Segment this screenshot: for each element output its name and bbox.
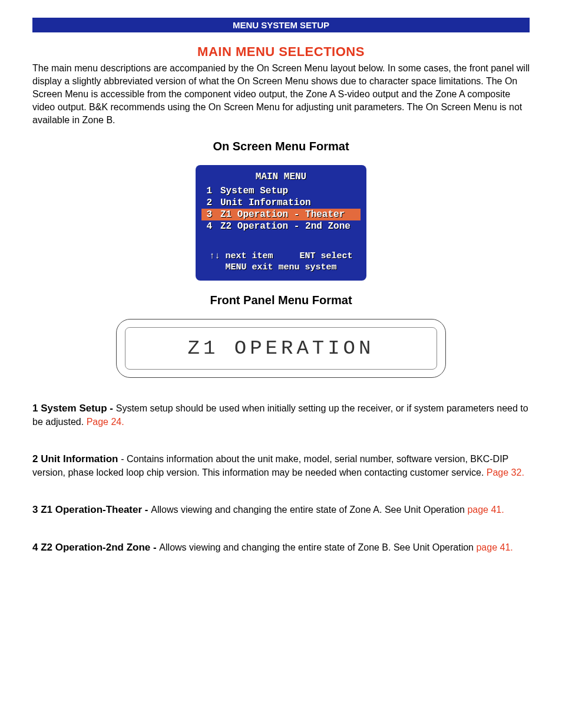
osd-row-num: 1 xyxy=(201,185,214,197)
item-lead: 3 Z1 Operation-Theater - xyxy=(32,504,151,515)
osd-row-num: 3 xyxy=(201,209,214,220)
osd-row-label: Z1 Operation - Theater xyxy=(214,209,361,220)
osd-nav-select: ENT select xyxy=(300,251,353,261)
osd-row-num: 2 xyxy=(201,197,214,209)
page-ref: Page 32. xyxy=(487,467,524,477)
item-1-system-setup: 1 System Setup - System setup should be … xyxy=(32,401,530,429)
osd-nav: ↑↓ next item ENT select MENU exit menu s… xyxy=(201,251,361,274)
front-panel-heading: Front Panel Menu Format xyxy=(32,294,530,307)
main-title: MAIN MENU SELECTIONS xyxy=(32,44,530,60)
item-body: Allows viewing and changing the entire s… xyxy=(159,542,476,552)
item-lead: 2 Unit Information xyxy=(32,453,121,465)
osd-box: MAIN MENU 1 System Setup 2 Unit Informat… xyxy=(196,165,366,281)
osd-row-3-selected: 3 Z1 Operation - Theater xyxy=(201,209,361,220)
page-ref: page 41. xyxy=(467,505,504,515)
osd-row-label: System Setup xyxy=(214,185,361,197)
item-3-z1-operation: 3 Z1 Operation-Theater - Allows viewing … xyxy=(32,503,530,517)
item-lead: 1 System Setup - xyxy=(32,403,116,414)
lcd-inner: Z1 OPERATION xyxy=(125,327,437,370)
intro-paragraph: The main menu descriptions are accompani… xyxy=(32,62,530,127)
item-body: Allows viewing and changing the entire s… xyxy=(151,505,467,515)
osd-row-4: 4 Z2 Operation - 2nd Zone xyxy=(201,220,361,232)
osd-nav-next: ↑↓ next item xyxy=(209,251,273,261)
osd-nav-exit: MENU exit menu system xyxy=(225,262,336,272)
header-bar: MENU SYSTEM SETUP xyxy=(32,18,530,32)
item-4-z2-operation: 4 Z2 Operation-2nd Zone - Allows viewing… xyxy=(32,541,530,555)
lcd-panel: Z1 OPERATION xyxy=(116,319,446,378)
osd-row-num: 4 xyxy=(201,220,214,232)
osd-row-label: Z2 Operation - 2nd Zone xyxy=(214,220,361,232)
page-ref: page 41. xyxy=(476,542,513,552)
osd-row-1: 1 System Setup xyxy=(201,185,361,197)
item-lead: 4 Z2 Operation-2nd Zone - xyxy=(32,542,159,553)
osd-row-label: Unit Information xyxy=(214,197,361,209)
item-2-unit-information: 2 Unit Information - Contains informatio… xyxy=(32,452,530,479)
osd-row-2: 2 Unit Information xyxy=(201,197,361,209)
osd-heading: On Screen Menu Format xyxy=(32,140,530,153)
page-ref: Page 24. xyxy=(87,417,124,427)
osd-title: MAIN MENU xyxy=(201,171,361,183)
lcd-text: Z1 OPERATION xyxy=(188,337,375,360)
